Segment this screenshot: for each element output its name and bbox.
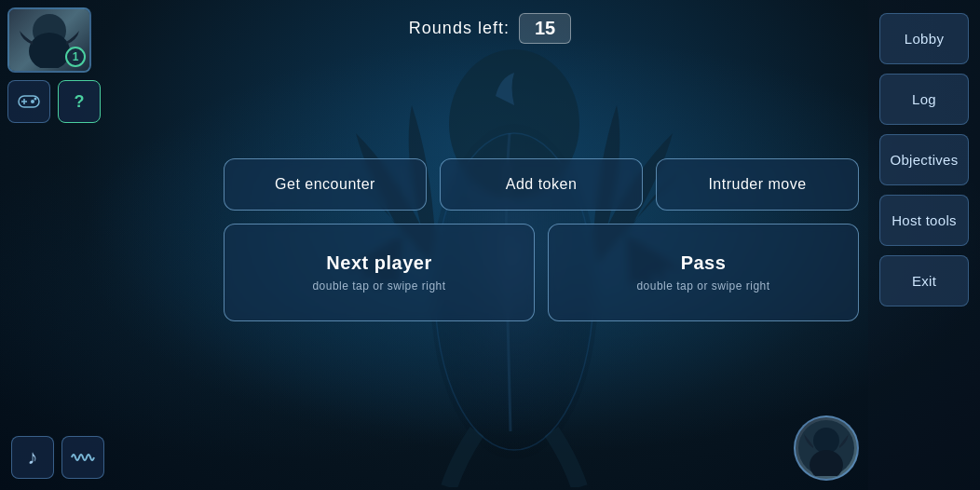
gamepad-button[interactable]: [7, 80, 50, 123]
objectives-button[interactable]: Objectives: [879, 134, 969, 185]
next-player-button[interactable]: Next player double tap or swipe right: [224, 224, 535, 321]
button-row-2: Next player double tap or swipe right Pa…: [224, 224, 859, 321]
music-button[interactable]: ♪: [11, 436, 54, 479]
player-number: 1: [65, 47, 86, 67]
help-button[interactable]: ?: [58, 80, 101, 123]
rounds-container: Rounds left: 15: [409, 13, 571, 44]
pass-button[interactable]: Pass double tap or swipe right: [548, 224, 859, 321]
icon-row: ?: [7, 80, 101, 123]
rounds-label: Rounds left:: [409, 19, 510, 38]
add-token-button[interactable]: Add token: [440, 158, 643, 211]
bottom-right-panel: [794, 415, 859, 481]
bottom-avatar: [794, 415, 859, 481]
intruder-move-button[interactable]: Intruder move: [656, 158, 859, 211]
next-player-subtitle: double tap or swipe right: [312, 279, 445, 293]
right-sidebar: Lobby Log Objectives Host tools Exit: [868, 0, 980, 490]
lobby-button[interactable]: Lobby: [879, 13, 969, 64]
audio-button[interactable]: [61, 436, 104, 479]
music-icon: ♪: [28, 445, 38, 470]
exit-button[interactable]: Exit: [879, 255, 969, 306]
top-header: Rounds left: 15: [0, 0, 980, 56]
svg-point-7: [34, 98, 37, 101]
get-encounter-button[interactable]: Get encounter: [224, 158, 427, 211]
svg-point-6: [31, 100, 34, 103]
pass-title: Pass: [681, 252, 727, 274]
host-tools-button[interactable]: Host tools: [879, 195, 969, 246]
bottom-left-panel: ♪: [11, 436, 104, 479]
next-player-title: Next player: [326, 252, 431, 274]
rounds-value: 15: [519, 13, 571, 44]
pass-subtitle: double tap or swipe right: [636, 279, 769, 293]
player-avatar: 1: [7, 7, 91, 73]
button-row-1: Get encounter Add token Intruder move: [224, 158, 859, 211]
top-left-panel: 1 ?: [7, 7, 101, 123]
log-button[interactable]: Log: [879, 74, 969, 125]
help-icon: ?: [75, 92, 85, 112]
main-buttons-panel: Get encounter Add token Intruder move Ne…: [224, 158, 859, 321]
svg-point-11: [813, 428, 839, 454]
